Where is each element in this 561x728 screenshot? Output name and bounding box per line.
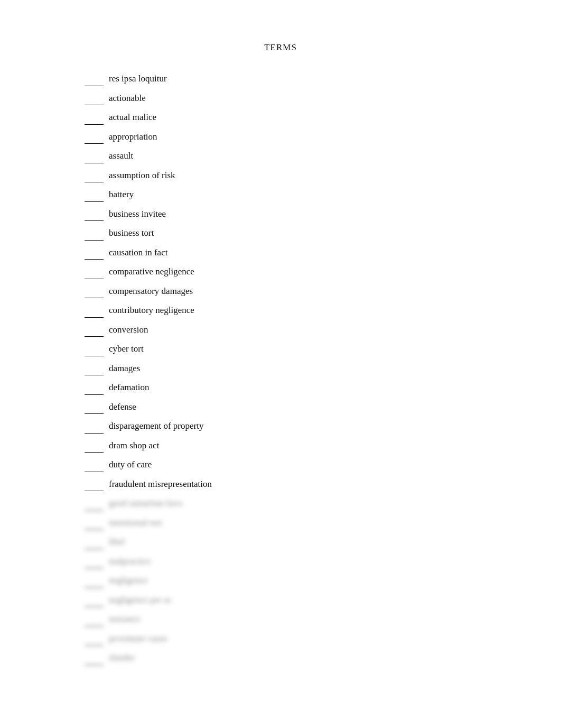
term-blank[interactable] <box>85 149 104 163</box>
term-label: res ipsa loquitur <box>109 72 167 86</box>
term-label: damages <box>109 362 140 375</box>
term-blank[interactable] <box>85 535 104 549</box>
term-label: slander <box>109 651 135 665</box>
list-item: disparagement of property <box>85 419 529 434</box>
term-blank[interactable] <box>85 574 104 588</box>
list-item: defamation <box>85 381 529 395</box>
list-item: compensatory damages <box>85 284 529 299</box>
list-item: conversion <box>85 323 529 337</box>
term-label: dram shop act <box>109 439 159 453</box>
term-blank[interactable] <box>85 651 104 665</box>
term-blank[interactable] <box>85 612 104 626</box>
list-item: intentional tort <box>85 516 529 530</box>
list-item: assumption of risk <box>85 169 529 183</box>
term-blank[interactable] <box>85 632 104 646</box>
list-item: res ipsa loquitur <box>85 72 529 86</box>
list-item: dram shop act <box>85 439 529 453</box>
term-label: business tort <box>109 226 154 240</box>
list-item: negligence <box>85 574 529 588</box>
list-item: defense <box>85 400 529 414</box>
list-item: nuisance <box>85 612 529 626</box>
list-item: malpractice <box>85 555 529 569</box>
term-blank[interactable] <box>85 342 104 356</box>
list-item: good samaritan laws <box>85 496 529 511</box>
term-label: intentional tort <box>109 516 162 530</box>
term-blank[interactable] <box>85 400 104 414</box>
term-blank[interactable] <box>85 188 104 202</box>
term-label: defense <box>109 400 136 414</box>
list-item: business tort <box>85 226 529 241</box>
list-item: battery <box>85 188 529 202</box>
list-item: actual malice <box>85 110 529 125</box>
term-blank[interactable] <box>85 555 104 569</box>
term-blank[interactable] <box>85 226 104 241</box>
list-item: cyber tort <box>85 342 529 356</box>
term-label: battery <box>109 188 134 201</box>
list-item: duty of care <box>85 458 529 472</box>
list-item: appropriation <box>85 130 529 144</box>
term-blank[interactable] <box>85 207 104 222</box>
term-label: duty of care <box>109 458 152 472</box>
term-label: cyber tort <box>109 342 144 356</box>
list-item: causation in fact <box>85 246 529 260</box>
page-title: TERMS <box>32 42 529 53</box>
term-blank[interactable] <box>85 419 104 434</box>
term-label: good samaritan laws <box>109 496 183 510</box>
term-label: disparagement of property <box>109 419 203 433</box>
term-label: defamation <box>109 381 149 394</box>
list-item: damages <box>85 362 529 376</box>
term-blank[interactable] <box>85 110 104 125</box>
term-blank[interactable] <box>85 91 104 106</box>
term-blank[interactable] <box>85 362 104 376</box>
term-label: comparative negligence <box>109 265 194 279</box>
term-label: fraudulent misrepresentation <box>109 477 212 491</box>
term-label: malpractice <box>109 555 151 568</box>
term-label: compensatory damages <box>109 284 193 298</box>
term-blank[interactable] <box>85 72 104 86</box>
term-blank[interactable] <box>85 284 104 299</box>
term-blank[interactable] <box>85 439 104 453</box>
list-item: fraudulent misrepresentation <box>85 477 529 492</box>
term-label: causation in fact <box>109 246 167 260</box>
list-item: slander <box>85 651 529 665</box>
term-label: assumption of risk <box>109 169 175 182</box>
term-blank[interactable] <box>85 323 104 337</box>
list-item: proximate cause <box>85 632 529 646</box>
term-blank[interactable] <box>85 265 104 279</box>
term-blank[interactable] <box>85 381 104 395</box>
term-blank[interactable] <box>85 593 104 607</box>
list-item: contributory negligence <box>85 303 529 318</box>
term-blank[interactable] <box>85 477 104 492</box>
term-label: libel <box>109 535 125 549</box>
list-item: comparative negligence <box>85 265 529 279</box>
term-blank[interactable] <box>85 169 104 183</box>
term-label: negligence per se <box>109 593 171 607</box>
term-label: appropriation <box>109 130 157 144</box>
term-label: contributory negligence <box>109 303 194 317</box>
list-item: negligence per se <box>85 593 529 607</box>
term-blank[interactable] <box>85 516 104 530</box>
term-label: conversion <box>109 323 148 337</box>
list-item: assault <box>85 149 529 163</box>
term-label: negligence <box>109 574 148 587</box>
term-blank[interactable] <box>85 246 104 260</box>
list-item: business invitee <box>85 207 529 222</box>
list-item: actionable <box>85 91 529 106</box>
term-label: actual malice <box>109 110 156 124</box>
term-label: business invitee <box>109 207 166 221</box>
term-blank[interactable] <box>85 496 104 511</box>
terms-list: res ipsa loquitur actionable actual mali… <box>85 72 529 665</box>
term-blank[interactable] <box>85 130 104 144</box>
term-blank[interactable] <box>85 458 104 472</box>
term-label: proximate cause <box>109 632 167 646</box>
list-item: libel <box>85 535 529 549</box>
term-label: assault <box>109 149 133 163</box>
term-label: nuisance <box>109 612 140 626</box>
term-label: actionable <box>109 91 146 105</box>
term-blank[interactable] <box>85 303 104 318</box>
